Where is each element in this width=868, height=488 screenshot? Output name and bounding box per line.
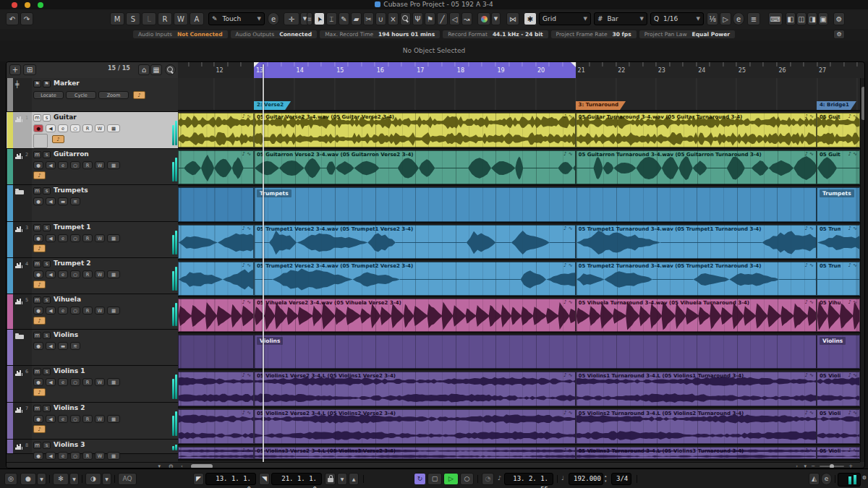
solo-button[interactable]: s (43, 151, 51, 158)
preroll-icon[interactable]: ◔ (482, 473, 494, 485)
monitor-button[interactable]: ◀ (46, 270, 56, 278)
phase-icon[interactable]: ≋ (70, 197, 80, 205)
zoom-tool[interactable] (400, 12, 411, 25)
event-05-violins3-turnaround[interactable]: 05 Violins3 Turnaround 3-4.L (05 Violins… (576, 447, 817, 459)
edit-channel-button[interactable]: e (58, 124, 68, 132)
toolbar-setup-gear-icon[interactable]: ⚙ (833, 12, 845, 25)
horizontal-scrollbar[interactable]: ‹ › ▾ − + (178, 462, 860, 468)
event-05-violins1-verse2[interactable]: 05 Violins1 Verse2 3-4.L (05 Violins1 Ve… (254, 372, 576, 406)
event-05-violins3-verse2[interactable]: 05 Violins3 Verse2 3-4.L (05 Violins3 Ve… (254, 447, 576, 459)
automation-m-button[interactable]: M (110, 12, 124, 25)
write-automation-button[interactable]: W (95, 307, 105, 314)
musical-timebase-chip[interactable]: ♪ (52, 135, 64, 143)
scrub-tool[interactable]: ↝ (461, 12, 472, 25)
search-tracks-icon[interactable] (165, 64, 176, 75)
marker-zoom-button[interactable]: Zoom (98, 91, 129, 99)
musical-timebase-chip[interactable]: ♪ (133, 91, 145, 99)
audio-record-mode-icon[interactable]: ✻ (53, 473, 69, 485)
zoom-preset-icon[interactable]: ▾ (804, 463, 807, 468)
event-05-trumpet2-brid[interactable]: 05 Trumpet2 Brid♪ ∿ (817, 262, 860, 296)
insert-bypass-button[interactable]: ○ (70, 452, 80, 460)
track-picture[interactable] (33, 134, 48, 148)
solo-button[interactable]: s (43, 442, 51, 449)
event-05-trumpet1-turnaround[interactable]: 05 Trumpet1 Turnaround 3-4.wav (05 Trump… (576, 225, 817, 259)
grid-type-select[interactable]: # Bar▼ (594, 12, 647, 25)
punch-common-icon[interactable]: ◎ (4, 473, 17, 485)
add-marker-button[interactable]: ⚑ (33, 80, 41, 87)
write-automation-button[interactable]: W (95, 270, 105, 278)
record-enable-button[interactable]: ● (33, 307, 43, 314)
split-tool[interactable]: ✂ (363, 12, 374, 25)
track-marker[interactable]: ╪⚑⚑MarkerLocateCycleZoom♪ (7, 78, 178, 112)
midi-record-mode-dropdown[interactable]: ▼ (102, 473, 111, 485)
left-zone-icon[interactable]: ◧ (786, 12, 796, 25)
read-automation-button[interactable]: R (82, 124, 93, 132)
record-enable-button[interactable]: ● (33, 124, 43, 132)
lock-punch-icon[interactable] (325, 473, 336, 485)
write-automation-button[interactable]: W (95, 378, 105, 386)
track-trumpet-2[interactable]: 4msTrumpet 2●◀e○RW▦♪ (7, 258, 178, 294)
event-05-vihuela-bridge[interactable]: 05 Vihuela Bridge♪ ∿ (817, 299, 860, 332)
musical-timebase-chip[interactable]: ♪ (33, 425, 46, 433)
event-05-guitar-verse2[interactable]: 05 Guitar Verse2 3-4.wav (05 Guitar Vers… (254, 113, 576, 147)
freeze-quantize-icon[interactable]: ≣ (747, 12, 760, 25)
hand-tool[interactable]: Ψ (412, 12, 423, 25)
draw-tool[interactable]: ✎ (339, 12, 349, 25)
monitor-button[interactable]: ◀ (46, 161, 56, 169)
tool-menu-icon[interactable]: ☰ (307, 12, 312, 25)
left-locator-value[interactable]: 13. 1. 1. 0 (205, 473, 256, 485)
event-partial[interactable]: ♪ ∿ (178, 262, 254, 296)
record-mode-icon[interactable]: ● (20, 473, 36, 485)
event-partial[interactable] (178, 187, 254, 222)
edit-channel-button[interactable]: e (58, 415, 68, 423)
channel-strip-icon[interactable]: ▦ (107, 161, 120, 169)
edit-channel-button[interactable]: e (58, 234, 68, 242)
event-trumpets[interactable]: Trumpets (254, 187, 817, 222)
edit-channel-button[interactable]: e (58, 307, 68, 314)
event-violins[interactable]: Violins (254, 335, 817, 369)
insert-bypass-button[interactable]: ○ (70, 415, 80, 423)
status-line-icon[interactable]: ▣ (818, 12, 828, 25)
right-zone-icon[interactable]: ◨ (807, 12, 817, 25)
event-05-trumpet1-verse2[interactable]: 05 Trumpet1 Verse2 3-4.wav (05 Trumpet1 … (254, 225, 576, 259)
event-partial[interactable]: ♪ ∿ (178, 372, 254, 406)
solo-button[interactable]: s (43, 114, 51, 121)
range-selection-tool[interactable]: ⌶ (326, 12, 337, 25)
event-partial[interactable]: ♪ ∿ (178, 299, 254, 332)
automation-r-button[interactable]: R (158, 12, 172, 25)
quantize-select[interactable]: Q 1/16▼ (650, 12, 704, 25)
monitor-button[interactable]: ◀ (46, 342, 56, 350)
record-enable-button[interactable]: ● (33, 234, 43, 242)
monitor-button[interactable]: ◀ (46, 234, 56, 242)
snap-on-off-button[interactable]: ✱ (524, 12, 537, 25)
record-mode-dropdown[interactable]: ▼ (37, 473, 46, 485)
color-tool[interactable] (477, 12, 490, 25)
zoom-out-icon[interactable]: − (811, 463, 815, 468)
automation-panel-button[interactable]: e (268, 12, 279, 25)
insert-bypass-button[interactable]: ○ (70, 378, 80, 386)
snap-type-select[interactable]: Grid▼ (539, 12, 591, 25)
punch-out-icon[interactable]: ▲ (349, 473, 359, 485)
track-trumpet-1[interactable]: 3msTrumpet 1●◀e○RW▦♪ (7, 222, 178, 258)
monitor-button[interactable]: ◀ (46, 307, 56, 314)
mute-button[interactable]: m (33, 405, 41, 412)
cycle-button[interactable]: ↻ (414, 473, 426, 485)
musical-timebase-chip[interactable]: ♪ (33, 171, 46, 179)
record-enable-button[interactable]: ● (33, 342, 43, 350)
phase-icon[interactable]: ≋ (70, 342, 80, 350)
vertical-scroll-thumb[interactable] (861, 87, 865, 120)
write-automation-button[interactable]: W (95, 234, 105, 242)
record-enable-button[interactable]: ● (33, 415, 43, 423)
record-enable-button[interactable]: ● (33, 452, 43, 460)
quantize-panel-button[interactable]: e (733, 12, 744, 25)
tempo-spinner[interactable]: ▴▾ (605, 474, 607, 484)
erase-tool[interactable]: ▰ (351, 12, 362, 25)
write-automation-button[interactable]: W (95, 124, 105, 132)
vertical-scrollbar[interactable] (860, 78, 865, 462)
use-track-preset-icon[interactable]: ⊞ (23, 64, 36, 75)
track-visibility-icon[interactable]: ▦ (150, 64, 162, 75)
track-violins-1[interactable]: 6msViolins 1●◀e○RW▦♪ (7, 366, 178, 403)
event-05-guitar-turnaround[interactable]: 05 Guitar Turnaround 3-4.wav (05 Guitar … (576, 113, 817, 147)
auto-quantize-button[interactable]: AQ (118, 473, 137, 485)
event-05-trumpet1-brid[interactable]: 05 Trumpet1 Brid♪ ∿ (817, 225, 860, 259)
